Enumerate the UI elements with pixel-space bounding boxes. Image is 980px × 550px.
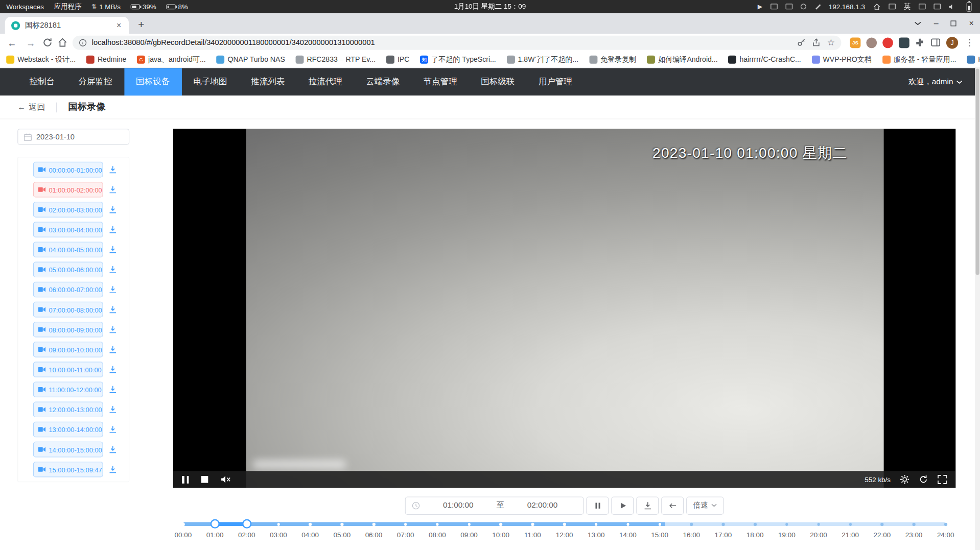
stop-icon[interactable] xyxy=(201,476,208,483)
home-icon[interactable] xyxy=(58,37,68,47)
timeline-hour-dot[interactable] xyxy=(531,523,534,526)
workspaces-button[interactable]: Workspaces xyxy=(6,3,44,11)
link-extension-icon[interactable] xyxy=(866,37,877,48)
nav-tab[interactable]: 电子地图 xyxy=(181,68,239,95)
window-maximize-icon[interactable] xyxy=(951,20,956,26)
js-extension-icon[interactable]: JS xyxy=(850,37,861,48)
date-picker[interactable]: 2023-01-10 xyxy=(17,129,129,145)
download-button[interactable] xyxy=(636,496,659,514)
fullscreen-icon[interactable] xyxy=(938,475,947,484)
download-icon[interactable] xyxy=(109,445,117,453)
bookmark-star-icon[interactable]: ☆ xyxy=(827,38,835,47)
timeline-hour-dot[interactable] xyxy=(499,523,502,526)
share-icon[interactable] xyxy=(812,38,821,47)
timeline-hour-dot[interactable] xyxy=(372,523,376,526)
timeline-handle-start[interactable] xyxy=(210,519,219,528)
browser-menu-icon[interactable]: ⋮ xyxy=(964,37,975,47)
bookmark-item[interactable]: hairrrrr/C-CrashC... xyxy=(728,55,801,63)
timeline-hour-dot[interactable] xyxy=(913,523,916,526)
back-icon[interactable]: ← xyxy=(5,38,19,47)
download-icon[interactable] xyxy=(109,325,117,333)
segment-button[interactable]: 14:00:00-15:00:00 xyxy=(33,442,103,458)
volume-muted-icon[interactable] xyxy=(220,475,231,484)
download-icon[interactable] xyxy=(109,266,117,274)
end-time-field[interactable]: 02:00:00 xyxy=(508,501,577,510)
timeline-hour-dot[interactable] xyxy=(944,523,947,526)
timeline-hour-dot[interactable] xyxy=(468,523,471,526)
display-icon[interactable] xyxy=(934,4,940,9)
media-play-icon[interactable]: ▶ xyxy=(758,4,762,10)
segment-button[interactable]: 06:00:00-07:00:00 xyxy=(33,282,103,298)
timeline-hour-dot[interactable] xyxy=(690,523,693,526)
timeline-hour-dot[interactable] xyxy=(595,523,598,526)
pause-icon[interactable] xyxy=(182,475,189,483)
side-panel-icon[interactable] xyxy=(919,4,925,9)
segment-button[interactable]: 13:00:00-14:00:00 xyxy=(33,422,103,438)
bookmark-item[interactable]: 服务器 - 轻量应用... xyxy=(882,55,956,64)
scrollbar-thumb[interactable] xyxy=(975,69,979,275)
download-icon[interactable] xyxy=(109,185,117,194)
segment-button[interactable]: 09:00:00-10:00:00 xyxy=(33,342,103,357)
segment-button[interactable]: 01:00:00-02:00:00 xyxy=(33,182,103,198)
bookmark-item[interactable]: Webstack - 设计... xyxy=(6,55,76,64)
bookmark-item[interactable]: IPC xyxy=(386,55,409,63)
user-menu[interactable]: 欢迎，admin xyxy=(908,77,963,87)
back-button[interactable]: ← 返回 xyxy=(17,102,45,113)
download-icon[interactable] xyxy=(109,345,117,353)
window-minimize-icon[interactable]: – xyxy=(934,19,939,28)
download-icon[interactable] xyxy=(109,465,117,473)
segment-button[interactable]: 08:00:00-09:00:00 xyxy=(33,322,103,338)
nav-tab[interactable]: 节点管理 xyxy=(411,68,469,95)
ip-address-indicator[interactable]: 192.168.1.3 xyxy=(829,3,865,11)
nav-tab[interactable]: 国标级联 xyxy=(469,68,527,95)
timeline-handle-end[interactable] xyxy=(242,519,251,528)
time-range-picker[interactable]: 01:00:00 至 02:00:00 xyxy=(405,496,584,514)
bookmark-item[interactable]: Cjava、android可... xyxy=(137,55,206,64)
download-icon[interactable] xyxy=(109,246,117,254)
segment-button[interactable]: 12:00:00-13:00:00 xyxy=(33,402,103,418)
segment-button[interactable]: 10:00:00-11:00:00 xyxy=(33,362,103,377)
nav-tab[interactable]: 国标设备 xyxy=(124,68,182,95)
bookmark-item[interactable]: 知了不起的 TypeScri... xyxy=(420,55,496,64)
nav-tab[interactable]: 控制台 xyxy=(17,68,66,95)
scrollbar-track[interactable] xyxy=(975,67,980,550)
notification-icon[interactable] xyxy=(771,4,777,9)
browser-tab[interactable]: 国标28181 × xyxy=(5,17,129,34)
segment-button[interactable]: 15:00:00-15:09:47 xyxy=(33,462,103,477)
download-icon[interactable] xyxy=(109,386,117,394)
timeline-hour-dot[interactable] xyxy=(817,523,820,526)
timeline-hour-dot[interactable] xyxy=(849,523,852,526)
timeline-hour-dot[interactable] xyxy=(626,523,629,526)
timeline[interactable]: 00:0001:0002:0003:0004:0005:0006:0007:00… xyxy=(183,521,945,543)
timeline-hour-dot[interactable] xyxy=(341,523,344,526)
tab-search-chevron-icon[interactable] xyxy=(915,20,921,27)
profile-avatar[interactable]: J xyxy=(946,37,958,49)
address-bar[interactable]: localhost:38080/#/gbRecordDetail/3402000… xyxy=(73,35,842,50)
download-icon[interactable] xyxy=(109,205,117,213)
segment-button[interactable]: 00:00:00-01:00:00 xyxy=(33,162,103,178)
seek-back-button[interactable] xyxy=(661,496,684,514)
clock[interactable]: 1月10日 星期二 15：09 xyxy=(454,2,526,11)
extensions-puzzle-icon[interactable] xyxy=(915,37,925,47)
bookmark-item[interactable]: WVP-PRO文档 xyxy=(812,55,872,64)
screwdriver-icon[interactable] xyxy=(814,4,821,10)
segment-button[interactable]: 04:00:00-05:00:00 xyxy=(33,242,103,257)
segment-button[interactable]: 11:00:00-12:00:00 xyxy=(33,381,103,397)
download-icon[interactable] xyxy=(109,366,117,374)
timeline-hour-dot[interactable] xyxy=(563,523,566,526)
password-key-icon[interactable] xyxy=(797,38,806,47)
applications-button[interactable]: 应用程序 xyxy=(54,2,82,11)
download-icon[interactable] xyxy=(109,305,117,314)
timeline-hour-dot[interactable] xyxy=(754,523,757,526)
timeline-hour-dot[interactable] xyxy=(658,523,661,526)
bookmark-item[interactable]: 1.8W字|了不起的... xyxy=(507,55,579,64)
bookmark-item[interactable]: 如何编译Android... xyxy=(647,55,718,64)
refresh-icon[interactable] xyxy=(919,475,928,484)
url-text[interactable]: localhost:38080/#/gbRecordDetail/3402000… xyxy=(92,38,792,47)
nav-tab[interactable]: 分屏监控 xyxy=(66,68,124,95)
bookmark-item[interactable]: HDAtmos :: 种子“... xyxy=(967,55,980,64)
bookmark-item[interactable]: RFC2833 – RTP Ev... xyxy=(296,55,376,63)
dark-extension-icon[interactable] xyxy=(899,37,909,48)
segment-button[interactable]: 03:00:00-04:00:00 xyxy=(33,222,103,237)
bookmark-item[interactable]: 免登录复制 xyxy=(589,55,636,64)
